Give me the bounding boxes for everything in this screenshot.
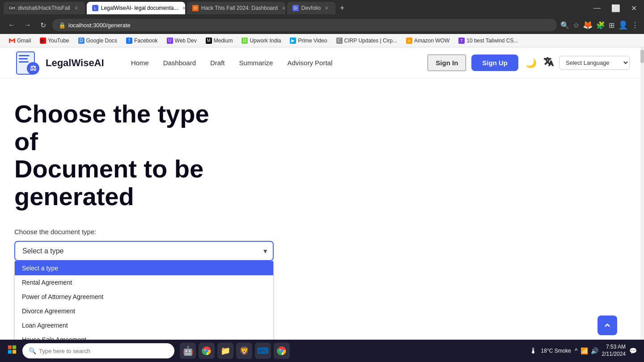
taskbar: 🔍 🤖 📁 🦁 ⌨ 🌡 18°C Smoke ^ 📶 🔊 7	[0, 340, 644, 362]
nav-summarize[interactable]: Summarize	[239, 59, 273, 67]
nav-dashboard[interactable]: Dashboard	[163, 59, 196, 67]
tab1-close[interactable]: ✕	[73, 5, 80, 12]
svg-rect-9	[13, 350, 16, 354]
tailwind-icon: T	[458, 38, 465, 44]
bookmark-prime[interactable]: ▶ Prime Video	[286, 36, 330, 45]
taskbar-app-vscode[interactable]: ⌨	[255, 343, 271, 359]
logo-image: ⚖	[14, 50, 41, 76]
browser-tab-1[interactable]: GH divisha6/HackThisFall ✕	[4, 2, 85, 14]
bookmarks-bar: Gmail ▶ YouTube D Google Docs f Facebook…	[0, 34, 644, 47]
bookmark-webdev[interactable]: U Web Dev	[163, 36, 200, 45]
taskbar-app-chrome2[interactable]	[274, 343, 290, 359]
start-button[interactable]	[4, 343, 21, 359]
taskbar-app-brave[interactable]: 🦁	[236, 343, 252, 359]
close-button[interactable]: ✕	[627, 3, 640, 13]
back-button[interactable]: ←	[5, 20, 18, 30]
document-type-select[interactable]: Select a type Rental Agreement Power of …	[14, 241, 274, 261]
prime-icon: ▶	[290, 38, 296, 44]
weather-icon: 🌡	[530, 346, 538, 356]
dropdown-item-divorce[interactable]: Divorce Agreement	[15, 304, 273, 318]
bookmark-gmail[interactable]: Gmail	[5, 36, 34, 45]
bookmark-tailwind[interactable]: T 10 best Tailwind CS...	[455, 36, 521, 45]
bookmark-upwork[interactable]: U Upwork India	[238, 36, 284, 45]
bookmark-gmail-label: Gmail	[17, 38, 31, 44]
url-bar[interactable]: 🔒 localhost:3000/generate	[52, 19, 557, 31]
copilot-icon: 🤖	[182, 345, 194, 356]
dropdown-item-house[interactable]: House Sale Agreement	[15, 333, 273, 340]
files-icon: 📁	[220, 346, 230, 356]
taskbar-app-chrome[interactable]	[199, 343, 215, 359]
dark-mode-icon[interactable]: 🌙	[524, 56, 538, 70]
volume-icon: 🔊	[591, 347, 598, 354]
translate-icon[interactable]	[544, 57, 554, 69]
maximize-button[interactable]: ⬜	[608, 3, 624, 13]
signup-button[interactable]: Sign Up	[471, 55, 518, 71]
title-bar: GH divisha6/HackThisFall ✕ L LegalWiseAI…	[0, 0, 644, 16]
tab3-close[interactable]: ✕	[280, 5, 285, 12]
clock-date: 2/11/2024	[602, 351, 626, 358]
scrollbar[interactable]	[640, 47, 644, 340]
nav-draft[interactable]: Draft	[210, 59, 225, 67]
nav-advisory[interactable]: Advisory Portal	[287, 59, 332, 67]
bookmark-tailwind-label: 10 best Tailwind CS...	[466, 38, 518, 44]
tab4-close[interactable]: ✕	[323, 5, 330, 12]
dropdown-item-poa[interactable]: Power of Attorney Agreement	[15, 290, 273, 304]
signin-button[interactable]: Sign In	[428, 55, 466, 71]
network-icon: 📶	[580, 347, 588, 354]
minimize-button[interactable]: —	[590, 3, 604, 13]
forward-button[interactable]: →	[21, 20, 34, 30]
browser-tab-3[interactable]: H Hack This Fall 2024: Dashboard ✕	[187, 2, 285, 14]
new-tab-button[interactable]: +	[337, 4, 347, 13]
googledocs-icon: D	[78, 38, 85, 44]
taskbar-clock[interactable]: 7:53 AM 2/11/2024	[602, 344, 626, 358]
brave-icon: 🦁	[239, 346, 249, 356]
lock-icon: 🔒	[59, 22, 66, 29]
nav-home[interactable]: Home	[131, 59, 149, 67]
tab2-close[interactable]: ✕	[181, 5, 185, 12]
bookmark-medium-label: Medium	[214, 38, 233, 44]
search-icon[interactable]: 🔍	[560, 21, 569, 29]
browser-tab-4[interactable]: D Devfolio ✕	[287, 2, 335, 14]
nav-links: Home Dashboard Draft Summarize Advisory …	[131, 59, 333, 67]
svg-rect-6	[8, 345, 12, 349]
bookmark-amazon[interactable]: a Amazon WOW	[402, 36, 453, 45]
bookmark-googledocs[interactable]: D Google Docs	[75, 36, 121, 45]
svg-rect-1	[19, 55, 30, 56]
browser-tab-2[interactable]: L LegalWiseAI- legal documenta... ✕	[87, 2, 185, 14]
sidebar-icon[interactable]: ⊞	[609, 21, 614, 29]
bookmark-prime-label: Prime Video	[298, 38, 327, 44]
taskbar-search[interactable]: 🔍	[22, 343, 174, 358]
tray-arrow[interactable]: ^	[575, 347, 578, 354]
navbar: ⚖ LegalWiseAI Home Dashboard Draft Summa…	[0, 47, 644, 79]
tab2-label: LegalWiseAI- legal documenta...	[101, 5, 178, 11]
reload-button[interactable]: ↻	[38, 20, 49, 30]
dropdown-list: Select a type Rental Agreement Power of …	[14, 261, 274, 340]
menu-icon[interactable]: ⋮	[631, 21, 639, 29]
scroll-up-button[interactable]	[597, 316, 617, 335]
avatar-icon[interactable]: 👤	[618, 20, 628, 30]
bookmark-cirp-label: CIRP Updates | Cirp...	[344, 38, 397, 44]
bookmark-medium[interactable]: M Medium	[202, 36, 237, 45]
extension-icon[interactable]: 🦊	[583, 20, 593, 30]
puzzle-icon[interactable]: 🧩	[596, 21, 605, 29]
taskbar-search-input[interactable]	[39, 348, 168, 354]
dropdown-item-select[interactable]: Select a type	[15, 261, 273, 275]
facebook-icon: f	[126, 38, 132, 44]
taskbar-app-copilot[interactable]: 🤖	[180, 343, 196, 359]
bookmark-youtube[interactable]: ▶ YouTube	[36, 36, 72, 45]
bookmark-cirp[interactable]: C CIRP Updates | Cirp...	[333, 36, 401, 45]
dropdown-item-loan[interactable]: Loan Agreement	[15, 318, 273, 333]
notification-icon[interactable]: 💬	[629, 347, 637, 354]
scrollbar-thumb[interactable]	[640, 50, 644, 63]
dropdown-item-rental[interactable]: Rental Agreement	[15, 275, 273, 290]
star-icon[interactable]: ☆	[573, 21, 579, 29]
logo-text: LegalWiseAI	[46, 57, 104, 69]
youtube-icon: ▶	[40, 38, 46, 44]
taskbar-app-files[interactable]: 📁	[217, 343, 233, 359]
address-bar-icons: 🔍 ☆ 🦊 🧩 ⊞ 👤 ⋮	[560, 20, 639, 30]
svg-rect-7	[13, 345, 16, 349]
gmail-icon	[9, 38, 15, 44]
bookmark-facebook[interactable]: f Facebook	[123, 36, 161, 45]
language-select[interactable]: Select Language English Hindi Spanish Fr…	[559, 56, 630, 70]
bookmark-webdev-label: Web Dev	[175, 38, 197, 44]
